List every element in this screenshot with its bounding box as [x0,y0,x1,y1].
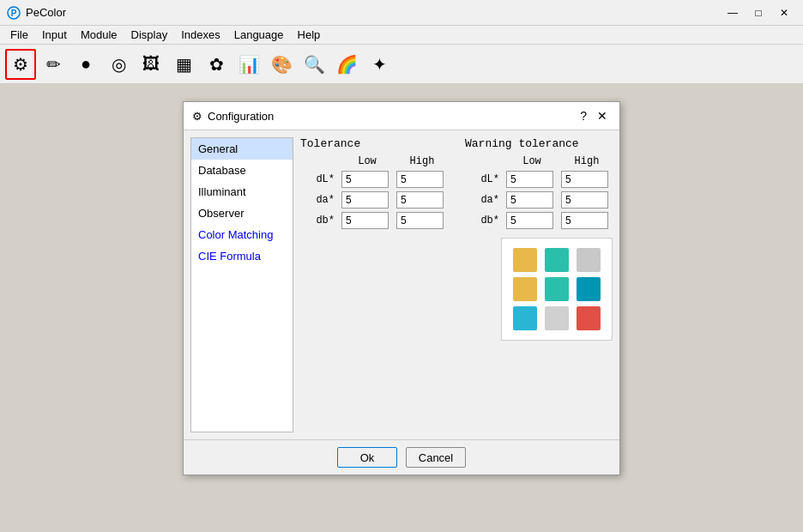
dialog-help-button[interactable]: ? [577,107,590,124]
toolbar-btn-chart[interactable]: 📊 [233,49,264,80]
dialog-title-bar: ⚙ Configuration ? ✕ [184,102,619,130]
swatch-6 [577,277,601,301]
menu-item-file[interactable]: File [3,26,35,44]
title-bar-left: P PeColor [7,6,66,20]
dialog-title: Configuration [208,110,274,123]
warning-db-high[interactable] [561,212,608,229]
tolerance-db-label: db* [300,215,338,227]
swatch-area [300,238,613,341]
toolbar-btn-circle[interactable]: ● [70,49,101,80]
toolbar-btn-spectrum[interactable]: 🌈 [331,49,362,80]
warning-tolerance-high-header: High [561,155,613,167]
dialog-content: Tolerance Low High dL* da* [300,137,613,432]
swatch-2 [545,248,569,272]
toolbar: ⚙✏●◎🖼▦✿📊🎨🔍🌈✦ [0,45,803,84]
warning-tolerance-low-header: Low [506,155,558,167]
tolerance-title: Tolerance [300,137,448,150]
dialog-title-controls: ? ✕ [577,107,611,124]
minimize-button[interactable]: — [721,5,745,21]
warning-da-low[interactable] [506,191,553,209]
dialog-body: General Database Illuminant Observer Col… [184,130,619,439]
swatch-3 [577,248,601,272]
toolbar-btn-grid[interactable]: ▦ [168,49,199,80]
cancel-button[interactable]: Cancel [406,447,466,468]
dialog-footer: Ok Cancel [184,439,619,475]
warning-db-low[interactable] [506,212,553,229]
ok-button[interactable]: Ok [337,447,397,468]
sidebar-item-color-matching[interactable]: Color Matching [191,224,293,245]
toolbar-btn-flower[interactable]: ✿ [201,49,232,80]
warning-dl-low[interactable] [506,171,553,188]
menu-item-display[interactable]: Display [124,26,175,44]
dialog-title-left: ⚙ Configuration [192,110,274,123]
menu-bar: FileInputModuleDisplayIndexesLanguageHel… [0,26,803,45]
toolbar-btn-search[interactable]: 🔍 [299,49,329,80]
close-button[interactable]: ✕ [772,5,796,21]
tolerance-db-low[interactable] [341,212,389,229]
sidebar-item-observer[interactable]: Observer [191,203,293,224]
swatch-4 [513,277,537,301]
toolbar-btn-settings[interactable]: ⚙ [5,49,36,80]
tolerance-da-low[interactable] [341,191,389,209]
tolerance-dl-low[interactable] [341,171,389,188]
menu-item-language[interactable]: Language [227,26,291,44]
tolerance-box: Tolerance Low High dL* da* [300,137,448,229]
maximize-button[interactable]: □ [746,5,770,21]
dialog-sidebar: General Database Illuminant Observer Col… [190,137,293,432]
tolerance-high-header: High [396,155,448,167]
menu-item-input[interactable]: Input [35,26,74,44]
toolbar-btn-pencil[interactable]: ✏ [38,49,69,80]
title-bar-controls: — □ ✕ [721,5,796,21]
dialog-overlay: ⚙ Configuration ? ✕ General Database Ill… [0,84,803,532]
title-bar: P PeColor — □ ✕ [0,0,803,26]
tolerance-da-high[interactable] [396,191,444,209]
svg-text:P: P [11,9,17,18]
sidebar-item-illuminant[interactable]: Illuminant [191,181,293,203]
tolerance-dl-high[interactable] [396,171,444,188]
menu-item-module[interactable]: Module [74,26,124,44]
toolbar-btn-palette[interactable]: 🎨 [266,49,297,80]
swatch-9 [577,306,601,330]
menu-item-indexes[interactable]: Indexes [174,26,227,44]
main-area: ⚙ Configuration ? ✕ General Database Ill… [0,84,803,532]
tolerance-da-label: da* [300,194,338,206]
warning-db-label: db* [465,215,503,227]
dialog-icon: ⚙ [192,110,202,123]
app-title: PeColor [26,6,66,19]
tolerance-section: Tolerance Low High dL* da* [300,137,613,229]
warning-tolerance-grid: Low High dL* da* db* [465,155,613,229]
swatch-8 [545,306,569,330]
swatch-1 [513,248,537,272]
swatch-5 [545,277,569,301]
warning-dl-label: dL* [465,173,503,185]
swatch-7 [513,306,537,330]
app-icon: P [7,6,21,20]
toolbar-btn-target[interactable]: ◎ [103,49,134,80]
warning-da-label: da* [465,194,503,206]
toolbar-btn-image[interactable]: 🖼 [136,49,166,80]
tolerance-grid: Low High dL* da* db* [300,155,448,229]
warning-tolerance-box: Warning tolerance Low High dL* da* [465,137,613,229]
menu-item-help[interactable]: Help [291,26,328,44]
configuration-dialog: ⚙ Configuration ? ✕ General Database Ill… [183,101,620,475]
sidebar-item-cie-formula[interactable]: CIE Formula [191,245,293,267]
toolbar-btn-star[interactable]: ✦ [364,49,395,80]
warning-dl-high[interactable] [561,171,608,188]
warning-tolerance-title: Warning tolerance [465,137,613,150]
tolerance-low-header: Low [341,155,393,167]
dialog-close-button[interactable]: ✕ [594,107,611,124]
tolerance-db-high[interactable] [396,212,444,229]
warning-da-high[interactable] [561,191,608,209]
tolerance-dl-label: dL* [300,173,338,185]
swatch-container [501,238,613,341]
sidebar-item-general[interactable]: General [191,138,293,160]
sidebar-item-database[interactable]: Database [191,160,293,181]
